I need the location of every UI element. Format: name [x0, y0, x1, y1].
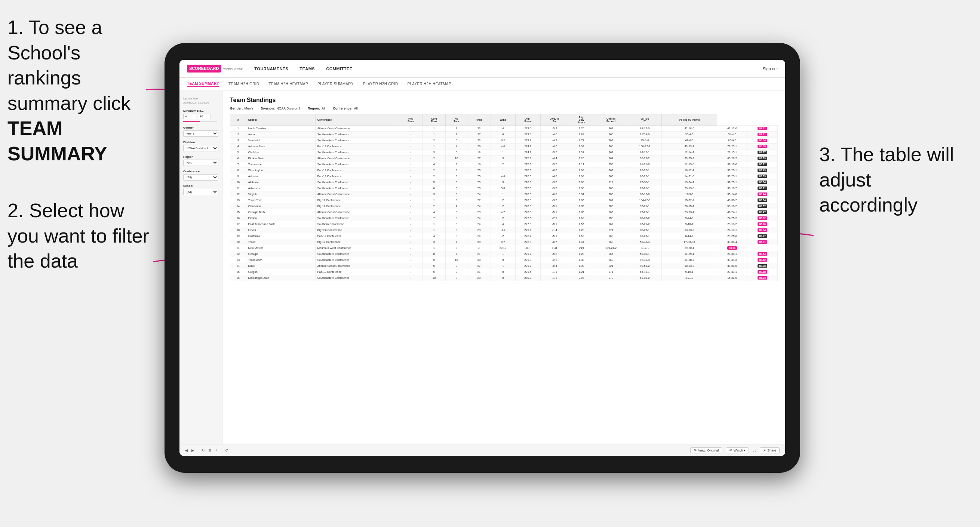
table-row: 19CaliforniaPac-12 Conference-48242278.2…	[230, 233, 778, 239]
table-cell: 273.8	[515, 138, 540, 143]
table-cell: -4.4	[540, 156, 569, 162]
nav-link-teams[interactable]: TEAMS	[299, 67, 315, 71]
back-btn[interactable]: ◀	[185, 449, 188, 452]
table-cell: 15	[230, 209, 247, 215]
table-cell: 8	[446, 275, 467, 281]
copy-btn[interactable]: ⊞	[208, 449, 212, 452]
table-cell: 4	[490, 221, 515, 227]
table-cell: 9	[446, 269, 467, 275]
table-cell: New Mexico	[246, 245, 315, 251]
table-cell: 20	[230, 239, 247, 245]
table-cell: 80.21	[748, 162, 778, 167]
table-cell: 33-44-3	[717, 257, 747, 263]
table-cell: 5	[423, 179, 446, 186]
table-cell: 117-4-0	[628, 132, 662, 138]
table-cell: 95-6-0	[628, 138, 662, 143]
table-cell: 1	[490, 191, 515, 197]
tab-team-summary[interactable]: TEAM SUMMARY	[187, 81, 219, 87]
table-cell: 9-12-1	[628, 245, 662, 251]
table-row: 16FloridaSoutheastern Conference-7924227…	[230, 215, 778, 221]
table-cell: 276.3	[515, 167, 540, 173]
table-cell: 23-23-1	[662, 209, 717, 215]
table-cell: -	[399, 143, 423, 149]
tab-team-h2h-heatmap[interactable]: TEAM H2H HEATMAP	[269, 82, 308, 87]
max-rank-input[interactable]	[198, 114, 211, 119]
table-cell: 30-15-1	[662, 203, 717, 209]
table-cell: 4	[446, 143, 467, 149]
tab-player-summary[interactable]: PLAYER SUMMARY	[317, 82, 354, 87]
table-cell: 27	[467, 263, 490, 269]
clock-btn[interactable]: ⏱	[225, 449, 229, 452]
nav-link-tournaments[interactable]: TOURNAMENTS	[254, 67, 288, 71]
tab-player-h2h-grid[interactable]: PLAYER H2H GRID	[363, 82, 398, 87]
table-cell: 85.58	[748, 143, 778, 149]
table-cell: 80.94	[748, 179, 778, 186]
table-cell: 37-30-0	[717, 263, 747, 269]
col-rnds: Rnds	[467, 114, 490, 125]
tab-team-h2h-grid[interactable]: TEAM H2H GRID	[229, 82, 259, 87]
table-cell: 278.7	[490, 245, 515, 251]
rank-slider[interactable]	[183, 121, 217, 122]
add-btn[interactable]: +	[215, 449, 217, 452]
table-cell: 17-33-38	[662, 239, 717, 245]
table-cell: 276.3	[515, 209, 540, 215]
table-cell: 2	[490, 215, 515, 221]
table-cell: Texas	[246, 239, 315, 245]
table-row: 1North CarolinaAtlantic Coast Conference…	[230, 125, 778, 132]
table-cell: 27-17-1	[717, 227, 747, 233]
table-cell: 2	[423, 167, 446, 173]
table-cell: 2.52	[569, 143, 594, 149]
table-cell: 97-21-1	[628, 203, 662, 209]
table-cell: 12	[230, 191, 247, 197]
tab-player-h2h-heatmap[interactable]: PLAYER H2H HEATMAP	[407, 82, 451, 87]
table-cell: 1	[490, 263, 515, 269]
table-cell: 18	[467, 149, 490, 156]
conference-select[interactable]: (All) Atlantic Coast Conference Southeas…	[183, 174, 218, 181]
table-cell: 18-12-1	[662, 167, 717, 173]
table-cell: Southeastern Conference	[315, 275, 399, 281]
view-original-btn[interactable]: 👁 View: Original	[690, 448, 722, 453]
table-cell: 21	[467, 251, 490, 257]
gender-select[interactable]: Men's Women's	[183, 130, 218, 137]
table-cell: 262	[594, 125, 628, 132]
reload-btn[interactable]: ↻	[202, 449, 205, 452]
table-cell: -	[399, 203, 423, 209]
forward-btn[interactable]: ▶	[191, 449, 194, 452]
table-cell: 30	[467, 239, 490, 245]
table-cell: 60-39-2	[628, 275, 662, 281]
table-cell: 203	[594, 138, 628, 143]
table-cell: 7	[230, 162, 247, 167]
region-select[interactable]: N/A All	[183, 160, 218, 166]
table-cell: 219	[569, 245, 594, 251]
division-select[interactable]: NCAA Division I NCAA Division II NCAA Di…	[183, 145, 218, 151]
table-cell: 83.27	[748, 149, 778, 156]
table-cell: 83.27	[748, 233, 778, 239]
table-cell: -	[399, 263, 423, 269]
divider-1	[198, 448, 198, 453]
table-cell: 1.85	[569, 203, 594, 209]
table-cell: 1	[423, 197, 446, 203]
table-cell: 2	[230, 132, 247, 138]
watch-btn[interactable]: 👁 Watch ▾	[726, 448, 749, 453]
col-no-tour: NoTour	[446, 114, 467, 125]
nav-link-committee[interactable]: COMMITTEE	[326, 67, 353, 71]
table-cell: 54-4-0	[717, 132, 747, 138]
table-cell: 1.41	[540, 245, 569, 251]
table-cell: 29-25-0	[717, 233, 747, 239]
table-cell: 267	[594, 221, 628, 227]
col-overall: OverallRecord	[594, 114, 628, 125]
min-rank-input[interactable]	[183, 114, 196, 119]
share-btn[interactable]: ↗ Share	[760, 448, 780, 453]
table-cell: 9-24-0	[662, 215, 717, 221]
school-select[interactable]: (All)	[183, 189, 218, 195]
table-cell: 18	[230, 227, 247, 233]
table-cell: 2.88	[569, 132, 594, 138]
table-cell: 23	[230, 257, 247, 263]
sidebar-filters: Update time: 27/03/2024 16:56:26 Minimum…	[180, 91, 223, 444]
table-cell: 1.30	[569, 257, 594, 263]
table-cell: 85.44	[748, 191, 778, 197]
table-cell: 90-51-2	[628, 263, 662, 269]
sign-out-link[interactable]: Sign out	[763, 67, 778, 71]
expand-btn[interactable]: ⛶	[752, 449, 756, 452]
table-cell: Alabama	[246, 179, 315, 186]
